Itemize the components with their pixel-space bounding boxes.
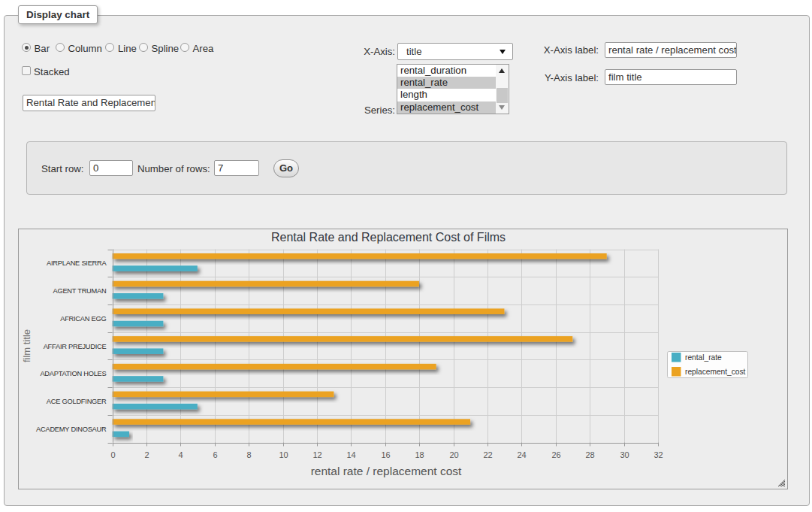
svg-text:18: 18 [415, 450, 424, 459]
svg-text:8: 8 [246, 450, 251, 459]
svg-text:4: 4 [178, 450, 183, 459]
svg-text:32: 32 [654, 450, 663, 459]
svg-text:28: 28 [585, 450, 594, 459]
svg-text:ACE GOLDFINGER: ACE GOLDFINGER [47, 398, 107, 405]
svg-text:rental rate / replacement cost: rental rate / replacement cost [311, 465, 462, 477]
svg-text:30: 30 [620, 450, 629, 459]
svg-text:ACADEMY DINOSAUR: ACADEMY DINOSAUR [36, 426, 107, 433]
svg-text:10: 10 [279, 450, 288, 459]
svg-text:16: 16 [381, 450, 390, 459]
svg-text:26: 26 [551, 450, 560, 459]
svg-text:film title: film title [21, 329, 32, 362]
svg-text:rental_rate: rental_rate [685, 353, 722, 362]
svg-text:14: 14 [346, 450, 355, 459]
svg-text:AFRICAN EGG: AFRICAN EGG [60, 315, 106, 323]
svg-text:0: 0 [110, 450, 115, 459]
svg-text:replacement_cost: replacement_cost [685, 368, 746, 376]
svg-text:ADAPTATION HOLES: ADAPTATION HOLES [40, 370, 106, 377]
svg-text:12: 12 [312, 450, 321, 459]
svg-text:2: 2 [144, 450, 149, 459]
svg-text:22: 22 [483, 450, 492, 459]
svg-text:Rental Rate and Replacement Co: Rental Rate and Replacement Cost of Film… [271, 231, 506, 244]
svg-text:6: 6 [213, 450, 217, 459]
svg-text:20: 20 [449, 450, 458, 459]
svg-text:AFFAIR PREJUDICE: AFFAIR PREJUDICE [44, 343, 107, 350]
svg-text:AIRPLANE SIERRA: AIRPLANE SIERRA [47, 259, 107, 267]
svg-text:AGENT TRUMAN: AGENT TRUMAN [53, 287, 106, 295]
svg-text:24: 24 [517, 450, 526, 459]
